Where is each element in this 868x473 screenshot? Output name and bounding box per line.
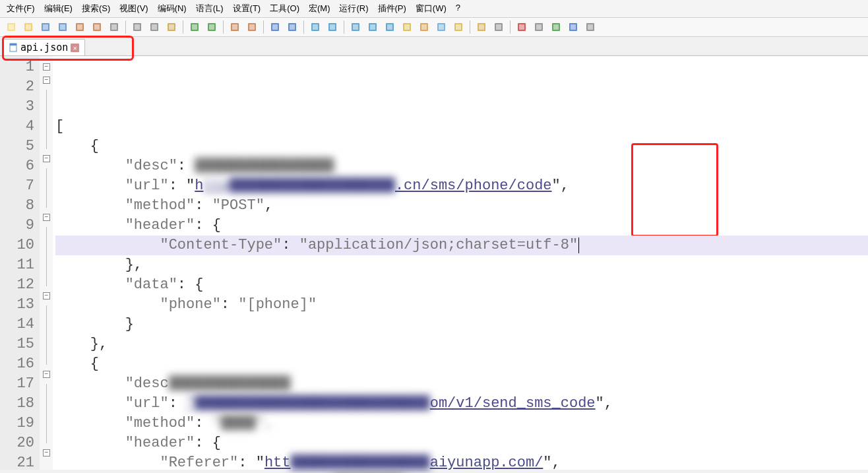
- code-line[interactable]: "Referer": "htt████████████████aiyunapp.…: [55, 453, 868, 473]
- monitor-icon[interactable]: [474, 20, 489, 34]
- code-line[interactable]: "url": "███████████████████████████om/v1…: [55, 394, 868, 414]
- close-all-icon[interactable]: [90, 20, 104, 34]
- record-icon[interactable]: [514, 20, 529, 34]
- line-number: 16: [0, 354, 34, 374]
- replace-icon[interactable]: [245, 20, 259, 34]
- lang-icon[interactable]: [400, 20, 414, 34]
- line-number: 4: [0, 117, 34, 137]
- tab-close-icon[interactable]: ✕: [71, 44, 79, 52]
- fold-toggle-icon[interactable]: −: [43, 371, 50, 378]
- find-icon[interactable]: [228, 20, 242, 34]
- play-icon[interactable]: [549, 20, 563, 34]
- code-line[interactable]: "header": {: [55, 433, 868, 453]
- menu-插件p[interactable]: 插件(P): [374, 1, 410, 16]
- code-line[interactable]: [: [55, 117, 868, 137]
- stop-icon[interactable]: [532, 20, 546, 34]
- code-editor[interactable]: 123456789101112131415161718192021 −−−−−−…: [0, 56, 868, 470]
- menu-编码n[interactable]: 编码(N): [154, 1, 191, 16]
- hide-icon[interactable]: [491, 20, 506, 34]
- svg-rect-25: [232, 24, 237, 30]
- paste-icon[interactable]: [164, 20, 179, 34]
- zoom-out-icon[interactable]: [285, 20, 299, 34]
- svg-rect-29: [272, 24, 278, 30]
- line-number: 17: [0, 374, 34, 394]
- fold-toggle-icon[interactable]: −: [43, 155, 50, 162]
- fold-toggle-icon[interactable]: −: [43, 292, 50, 300]
- svg-rect-55: [519, 24, 524, 30]
- code-area[interactable]: [ { "desc": ████████████████ "url": "htt…: [53, 56, 868, 470]
- menu-工具o[interactable]: 工具(O): [266, 1, 303, 16]
- menu-[interactable]: ?: [452, 1, 464, 16]
- line-number: 21: [0, 453, 34, 473]
- code-line[interactable]: "desc": ████████████████: [55, 156, 868, 176]
- open-file-icon[interactable]: [21, 20, 36, 34]
- fold-guide: [46, 110, 47, 129]
- cut-icon[interactable]: [130, 20, 144, 34]
- menu-编辑e[interactable]: 编辑(E): [40, 1, 77, 16]
- menu-设置t[interactable]: 设置(T): [229, 1, 265, 16]
- code-line[interactable]: "phone": "[phone]": [55, 295, 868, 315]
- fold-toggle-icon[interactable]: −: [43, 77, 50, 84]
- close-icon[interactable]: [73, 20, 87, 34]
- code-line[interactable]: }: [55, 315, 868, 334]
- line-number: 3: [0, 97, 34, 117]
- menu-视图v[interactable]: 视图(V): [115, 1, 152, 16]
- line-number: 15: [0, 334, 34, 354]
- sync-v-icon[interactable]: [308, 20, 323, 34]
- fold-guide: [46, 345, 47, 365]
- svg-rect-61: [571, 24, 576, 30]
- menu-窗口w[interactable]: 窗口(W): [412, 1, 450, 16]
- code-line[interactable]: "method": "POST",: [55, 196, 868, 216]
- menu-文件f[interactable]: 文件(F): [3, 1, 39, 16]
- code-line[interactable]: "desc██████████████: [55, 374, 868, 394]
- zoom-in-icon[interactable]: [268, 20, 282, 34]
- folder-icon[interactable]: [451, 20, 466, 34]
- code-line[interactable]: {: [55, 137, 868, 156]
- doc-map-icon[interactable]: [417, 20, 431, 34]
- code-line[interactable]: },: [55, 255, 868, 275]
- svg-rect-13: [111, 24, 117, 30]
- menu-bar: 文件(F)编辑(E)搜索(S)视图(V)编码(N)语言(L)设置(T)工具(O)…: [0, 0, 868, 18]
- toolbar: [0, 18, 868, 37]
- indent-guide-icon[interactable]: [383, 20, 397, 34]
- fold-toggle-icon[interactable]: −: [43, 214, 50, 221]
- code-line[interactable]: },: [55, 334, 868, 354]
- undo-icon[interactable]: [187, 20, 202, 34]
- fold-toggle-icon[interactable]: −: [43, 63, 50, 71]
- fold-guide: [46, 129, 47, 149]
- print-icon[interactable]: [107, 20, 121, 34]
- menu-语言l[interactable]: 语言(L): [192, 1, 228, 16]
- save-all-icon[interactable]: [55, 20, 70, 34]
- menu-宏m[interactable]: 宏(M): [305, 1, 334, 16]
- fold-guide: [46, 90, 47, 110]
- save-icon[interactable]: [38, 20, 53, 34]
- svg-rect-37: [353, 24, 358, 30]
- svg-rect-3: [26, 24, 31, 30]
- line-number-gutter: 123456789101112131415161718192021: [0, 56, 40, 470]
- menu-运行r[interactable]: 运行(R): [335, 1, 372, 16]
- save-macro-icon[interactable]: [583, 20, 598, 34]
- svg-rect-15: [135, 24, 140, 30]
- fold-toggle-icon[interactable]: −: [43, 449, 50, 457]
- line-number: 19: [0, 414, 34, 433]
- code-line[interactable]: "method": "████",: [55, 414, 868, 433]
- code-line[interactable]: "data": {: [55, 275, 868, 295]
- fast-play-icon[interactable]: [566, 20, 580, 34]
- menu-搜索s[interactable]: 搜索(S): [78, 1, 114, 16]
- svg-rect-47: [439, 24, 444, 30]
- show-ws-icon[interactable]: [365, 20, 380, 34]
- file-tab[interactable]: api.json ✕: [3, 39, 85, 55]
- code-line[interactable]: "Content-Type": "application/json;charse…: [55, 236, 868, 255]
- word-wrap-icon[interactable]: [348, 20, 363, 34]
- code-line[interactable]: "url": "http███████████████████.cn/sms/p…: [55, 176, 868, 196]
- function-list-icon[interactable]: [434, 20, 449, 34]
- redo-icon[interactable]: [204, 20, 219, 34]
- fold-guide: [46, 384, 47, 404]
- new-file-icon[interactable]: [4, 20, 18, 34]
- code-line[interactable]: {: [55, 354, 868, 374]
- line-number: 18: [0, 394, 34, 414]
- sync-h-icon[interactable]: [325, 20, 340, 34]
- fold-guide: [46, 247, 47, 267]
- copy-icon[interactable]: [147, 20, 162, 34]
- code-line[interactable]: "header": {: [55, 216, 868, 236]
